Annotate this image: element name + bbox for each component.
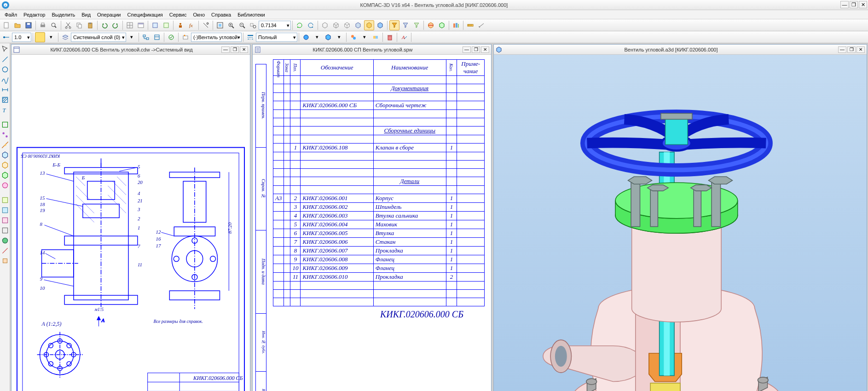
side-b7[interactable] xyxy=(1,257,9,265)
paste-button[interactable] xyxy=(85,20,95,30)
3d-viewport[interactable]: X Y Z xyxy=(494,55,867,391)
spec-row[interactable]: Документация xyxy=(273,84,485,93)
zoom-combo[interactable]: 0.7134▾ xyxy=(259,21,291,30)
side-b2[interactable] xyxy=(1,206,9,214)
side-b1[interactable] xyxy=(1,196,9,204)
layers-icon[interactable] xyxy=(60,32,70,42)
side-spline[interactable] xyxy=(1,75,9,84)
spec-row[interactable] xyxy=(273,118,485,126)
panel1-button[interactable] xyxy=(136,20,146,30)
btn-extra2[interactable] xyxy=(161,20,171,30)
menu-libs[interactable]: Библиотеки xyxy=(235,11,268,18)
menu-view[interactable]: Вид xyxy=(79,11,93,18)
vars-button[interactable]: fx xyxy=(186,20,197,30)
lib-button[interactable] xyxy=(451,20,461,30)
rebuild2-button[interactable] xyxy=(306,20,316,30)
side-b6[interactable] xyxy=(1,247,9,255)
doc1-close[interactable]: ✕ xyxy=(240,46,248,53)
rebuild-button[interactable] xyxy=(295,20,305,30)
minimize-button[interactable]: — xyxy=(840,1,849,8)
side-edit[interactable] xyxy=(1,121,9,129)
copy-button[interactable] xyxy=(74,20,84,30)
side-b3[interactable] xyxy=(1,216,9,224)
zoom-out-button[interactable] xyxy=(237,20,247,30)
props-button[interactable] xyxy=(175,20,185,30)
view-hidden[interactable] xyxy=(353,20,363,30)
section-button[interactable] xyxy=(426,20,436,30)
tool-assy[interactable] xyxy=(348,32,359,42)
side-b4[interactable] xyxy=(1,226,9,235)
orient-button[interactable] xyxy=(125,20,135,30)
section2-button[interactable] xyxy=(437,20,447,30)
menu-service[interactable]: Сервис xyxy=(167,11,190,18)
spec-row[interactable] xyxy=(273,169,485,177)
tool-mate[interactable] xyxy=(370,32,381,42)
new-button[interactable] xyxy=(1,20,12,30)
preview-button[interactable] xyxy=(49,20,59,30)
3d-btn1[interactable] xyxy=(301,32,311,42)
spec-row[interactable]: Детали xyxy=(273,177,485,186)
spec-row[interactable]: 7КИКГ.020606.006Стакан1 xyxy=(273,238,485,247)
doc3-max[interactable]: ❐ xyxy=(847,46,856,53)
spec-row[interactable]: 5КИКГ.020606.004Маховик1 xyxy=(273,220,485,229)
redo-button[interactable] xyxy=(110,20,121,30)
tool-arrow[interactable]: ▾ xyxy=(359,32,370,42)
spec-row[interactable] xyxy=(273,93,485,101)
side-text[interactable]: T xyxy=(1,106,9,114)
spec-row[interactable] xyxy=(273,110,485,118)
view-iso1[interactable] xyxy=(320,20,330,30)
spec-row[interactable]: 3КИКГ.020606.002Шпиндель1 xyxy=(273,203,485,212)
color-arrow[interactable]: ▾ xyxy=(46,32,56,42)
side-3d4[interactable] xyxy=(1,181,9,190)
tree-btn1[interactable] xyxy=(141,32,151,42)
spec-row[interactable]: 6КИКГ.020606.005Втулка1 xyxy=(273,229,485,238)
close-button[interactable]: ✕ xyxy=(859,1,867,8)
doc2-close[interactable]: ✕ xyxy=(481,46,489,53)
drawing-canvas[interactable]: КИКГ.020606.00 СБ xyxy=(12,55,250,391)
doc3-close[interactable]: ✕ xyxy=(856,46,865,53)
side-hatch[interactable] xyxy=(1,96,9,104)
spec-row[interactable]: КИКГ.020606.000 СБСборочный чертеж xyxy=(273,101,485,110)
side-3d2[interactable] xyxy=(1,161,9,169)
3d-btn2[interactable] xyxy=(323,32,333,42)
side-3d1[interactable] xyxy=(1,151,9,159)
3d-arrow1[interactable]: ▾ xyxy=(312,32,322,42)
snap-endpoint[interactable] xyxy=(1,32,12,42)
linestyle-combo[interactable]: Полный▾ xyxy=(256,33,297,42)
side-select[interactable] xyxy=(1,45,9,53)
btn-extra1[interactable] xyxy=(150,20,160,30)
measure-button[interactable] xyxy=(465,20,475,30)
view-persp[interactable] xyxy=(375,20,385,30)
filter2[interactable] xyxy=(400,20,411,30)
view-state-btn[interactable] xyxy=(166,32,176,42)
menu-file[interactable]: Файл xyxy=(2,11,20,18)
spec-row[interactable]: 9КИКГ.020606.008Фланец1 xyxy=(273,255,485,264)
color-btn[interactable] xyxy=(35,32,45,42)
view-iso2[interactable] xyxy=(331,20,341,30)
spec-row[interactable]: 10КИКГ.020606.009Фланец1 xyxy=(273,264,485,273)
spec-row[interactable] xyxy=(273,290,485,298)
menu-editor[interactable]: Редактор xyxy=(21,11,48,18)
spec-row[interactable] xyxy=(273,161,485,169)
zoom-fit-button[interactable] xyxy=(215,20,225,30)
side-meas[interactable] xyxy=(1,141,9,149)
zoom-in-button[interactable] xyxy=(226,20,236,30)
doc1-min[interactable]: — xyxy=(221,46,230,53)
tool-text[interactable]: A xyxy=(399,32,409,42)
filter1[interactable] xyxy=(389,20,399,30)
filter3[interactable] xyxy=(411,20,422,30)
help-button[interactable]: ? xyxy=(201,20,211,30)
menu-window[interactable]: Окно xyxy=(190,11,208,18)
spec-row[interactable]: 11КИКГ.020606.010Прокладка2 xyxy=(273,273,485,282)
maximize-button[interactable]: ❐ xyxy=(850,1,858,8)
cut-button[interactable] xyxy=(63,20,73,30)
3d-arrow2[interactable]: ▾ xyxy=(334,32,344,42)
view-combo[interactable]: (·)Вентиль угловой▾ xyxy=(191,33,242,42)
doc2-max[interactable]: ❐ xyxy=(472,46,480,53)
layer-arrow[interactable]: ▾ xyxy=(127,32,137,42)
side-param[interactable] xyxy=(1,131,9,139)
save-button[interactable] xyxy=(23,20,34,30)
lineweight-combo[interactable]: 1.0▾ xyxy=(12,33,31,42)
menu-spec[interactable]: Спецификация xyxy=(125,11,166,18)
spec-row[interactable] xyxy=(273,135,485,144)
